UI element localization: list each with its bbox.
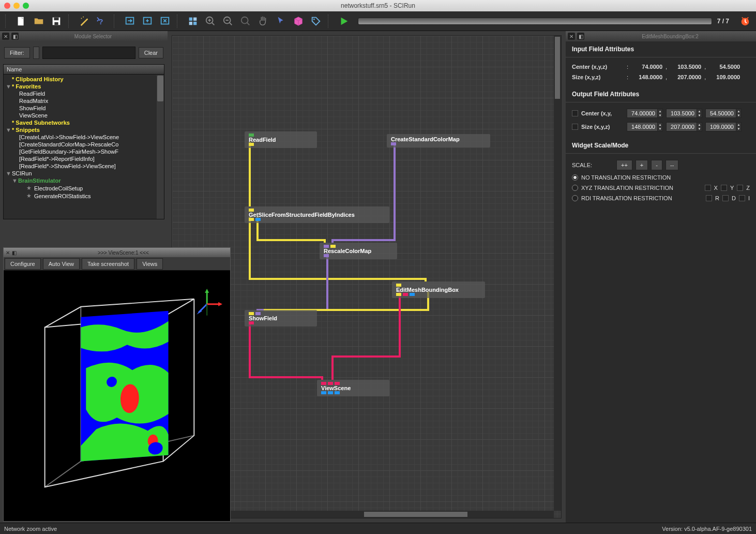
tree-item[interactable]: ★GenerateROIStatistics	[4, 192, 164, 200]
tree-header-name[interactable]: Name	[4, 65, 164, 75]
chk-d[interactable]	[722, 195, 729, 201]
viewscene-title: >>> ViewScene:1 <<<	[19, 250, 228, 256]
node-readfield[interactable]: ReadField	[245, 131, 317, 148]
tree-item[interactable]: ▼BrainStimulator	[4, 177, 164, 184]
tree-item[interactable]: ShowField	[4, 105, 164, 112]
module-selector-header: ✕ ◧ Module Selector	[0, 31, 168, 41]
save-button[interactable]	[49, 14, 64, 28]
pointer-button[interactable]	[273, 14, 289, 28]
node-viewscene[interactable]: ViewScene	[317, 380, 389, 396]
alarm-icon[interactable]	[737, 14, 753, 28]
input-attrs-heading: Input Field Attributes	[566, 41, 756, 57]
window-title: networkstuff.srn5 - SCIRun	[341, 2, 415, 9]
close-panel-icon[interactable]: ✕	[2, 33, 9, 40]
dock-panel-icon[interactable]: ◧	[577, 33, 584, 40]
tree-item[interactable]: [ReadField*->ReportFieldInfo]	[4, 155, 164, 162]
wizard-button[interactable]	[77, 14, 92, 28]
center-y-input[interactable]: ▲▼	[666, 109, 702, 118]
center-checkbox[interactable]	[572, 110, 578, 116]
chk-z[interactable]	[737, 185, 743, 191]
viewscene-window[interactable]: ✕ ◧ >>> ViewScene:1 <<< Configure Auto V…	[3, 247, 231, 522]
center-z: 54.5000	[709, 64, 740, 70]
help-button[interactable]: ?	[94, 14, 110, 28]
open-file-button[interactable]	[31, 14, 47, 28]
tree-item[interactable]: [CreateLatVol->ShowField->ViewScene	[4, 134, 164, 141]
tree-item[interactable]: ReadField	[4, 90, 164, 97]
package-button[interactable]	[291, 14, 306, 28]
svg-rect-10	[189, 17, 192, 20]
maximize-icon[interactable]	[23, 3, 29, 9]
zoom-in-button[interactable]	[203, 14, 218, 28]
scale-p-button[interactable]: +	[636, 160, 648, 170]
radio-no-restriction[interactable]	[572, 174, 578, 181]
node-colormap[interactable]: CreateStandardColorMap	[387, 134, 490, 147]
node-showfield[interactable]: ShowField	[245, 310, 317, 327]
filter-input[interactable]	[42, 47, 135, 59]
clear-button[interactable]: Clear	[139, 47, 163, 58]
window-controls	[4, 3, 29, 9]
tree-item[interactable]: ViewScene	[4, 112, 164, 119]
window-plus-button[interactable]	[140, 14, 155, 28]
node-getslice[interactable]: GetSliceFromStructuredFieldByIndices	[245, 206, 389, 223]
tree-item[interactable]: [CreateStandardColorMap->RescaleCo	[4, 141, 164, 148]
chk-r[interactable]	[706, 195, 712, 201]
screenshot-button[interactable]: Take screenshot	[82, 258, 134, 270]
tree-item[interactable]: * Clipboard History	[4, 76, 164, 83]
window-arrow-button[interactable]	[122, 14, 138, 28]
tree-item[interactable]: ▼* Snippets	[4, 126, 164, 134]
viewscene-canvas[interactable]	[4, 271, 230, 521]
filter-dropdown[interactable]	[33, 47, 39, 59]
run-button[interactable]	[336, 14, 352, 28]
svg-rect-3	[54, 22, 58, 25]
chk-y[interactable]	[721, 185, 727, 191]
svg-point-16	[241, 17, 248, 23]
zoom-reset-button[interactable]	[238, 14, 253, 28]
node-rescale[interactable]: RescaleColorMap	[320, 243, 397, 259]
output-attrs-heading: Output Field Attributes	[566, 86, 756, 102]
dock-panel-icon[interactable]: ◧	[11, 33, 19, 40]
scale-mm-button[interactable]: --	[666, 160, 678, 170]
chk-x[interactable]	[705, 185, 711, 191]
filter-label: Filter:	[4, 47, 30, 58]
zoom-out-button[interactable]	[220, 14, 236, 28]
autoview-button[interactable]: Auto View	[43, 258, 80, 270]
new-file-button[interactable]	[13, 14, 29, 28]
minimize-icon[interactable]	[13, 3, 20, 9]
radio-no-label: NO TRANSLATION RESTRICTION	[581, 174, 671, 181]
radio-rdi-restriction[interactable]	[572, 195, 578, 201]
tree-item[interactable]: ReadMatrix	[4, 97, 164, 105]
vs-dock-icon[interactable]: ◧	[12, 250, 17, 256]
center-z-input[interactable]: ▲▼	[705, 109, 742, 118]
views-button[interactable]: Views	[137, 258, 163, 270]
vs-close-icon[interactable]: ✕	[6, 250, 10, 256]
size-checkbox[interactable]	[572, 124, 578, 130]
tree-item[interactable]: [ReadField*->ShowField->ViewScene]	[4, 162, 164, 170]
tree-scrollbar[interactable]	[157, 75, 164, 219]
chk-i[interactable]	[739, 195, 745, 201]
tree-item[interactable]: ▼* Favorites	[4, 83, 164, 90]
size-z-input[interactable]: ▲▼	[705, 122, 742, 131]
tree-item[interactable]: ★ElectrodeCoilSetup	[4, 184, 164, 192]
window-x-button[interactable]	[157, 14, 173, 28]
pan-button[interactable]	[255, 14, 271, 28]
radio-xyz-restriction[interactable]	[572, 185, 578, 191]
svg-point-17	[313, 18, 315, 20]
node-editmesh[interactable]: EditMeshBoundingBox	[392, 281, 485, 298]
size-y-input[interactable]: ▲▼	[666, 122, 702, 131]
size-x-input[interactable]: ▲▼	[627, 122, 663, 131]
widget-heading: Widget Scale/Mode	[566, 138, 756, 154]
size-z: 109.0000	[709, 74, 740, 80]
center-x-input[interactable]: ▲▼	[627, 109, 663, 118]
tree-item[interactable]: [GetFieldBoundary->FairMesh->ShowF	[4, 148, 164, 155]
tag-button[interactable]	[308, 14, 324, 28]
scale-pp-button[interactable]: ++	[616, 160, 632, 170]
canvas-scrollbar-v[interactable]	[554, 36, 561, 511]
configure-button[interactable]: Configure	[5, 258, 41, 270]
close-icon[interactable]	[4, 3, 10, 9]
close-panel-icon[interactable]: ✕	[568, 33, 575, 40]
scale-m-button[interactable]: -	[651, 160, 662, 170]
grid-button[interactable]	[185, 14, 201, 28]
tree-item[interactable]: ▼SCIRun	[4, 170, 164, 177]
tree-item[interactable]: * Saved Subnetworks	[4, 119, 164, 126]
node-label: ShowField	[249, 315, 313, 321]
